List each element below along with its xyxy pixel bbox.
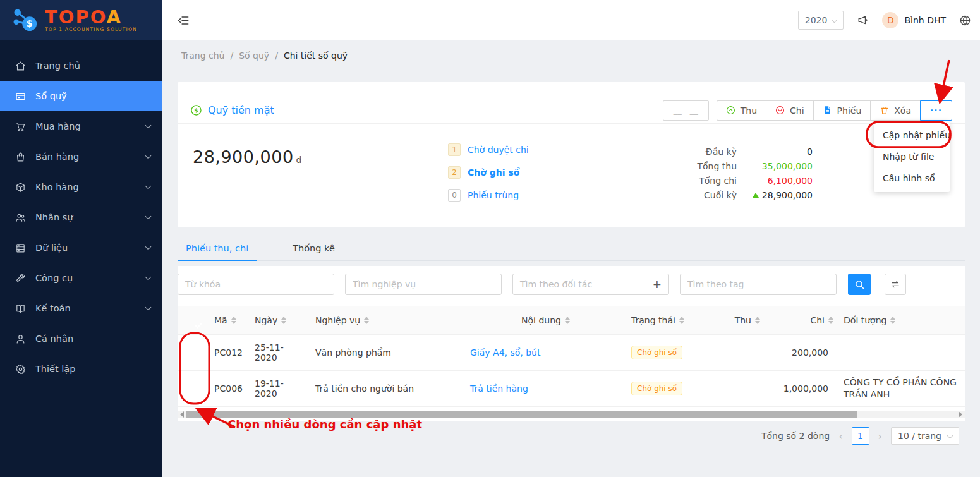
svg-text:$: $ xyxy=(194,107,198,114)
sidebar-item-mua-hang[interactable]: Mua hàng xyxy=(0,111,162,142)
svg-text:$: $ xyxy=(27,18,33,28)
menu-item-cau-hinh-so[interactable]: Cấu hình sổ xyxy=(874,167,950,189)
menu-item-cap-nhat-phieu[interactable]: Cập nhật phiếu xyxy=(874,124,950,146)
voucher-table: Mã Ngày Nghiệp vụ Nội dung Trạng thái Th… xyxy=(178,306,965,407)
keyword-input[interactable] xyxy=(178,274,334,295)
status-count-badge: 2 xyxy=(448,166,461,179)
summary-tong-chi: Tổng chi 6,100,000 xyxy=(591,173,813,188)
cart-icon xyxy=(15,121,26,132)
table-row[interactable]: PC012 25-11-2020 Văn phòng phẩm Giấy A4,… xyxy=(178,334,965,370)
fund-card: $ Quỹ tiền mặt Thu Chi Phiếu xyxy=(178,82,965,227)
trash-icon xyxy=(880,106,889,115)
scrollbar-thumb[interactable] xyxy=(186,411,857,418)
next-page-icon[interactable]: › xyxy=(877,430,883,442)
status-phieu-trung[interactable]: 0 Phiếu trùng xyxy=(448,188,529,202)
operation-search-input[interactable] xyxy=(345,274,502,295)
xoa-button[interactable]: Xóa xyxy=(870,100,921,121)
horizontal-scrollbar[interactable] xyxy=(178,411,965,418)
tool-icon xyxy=(15,273,26,284)
menu-fold-icon xyxy=(178,15,190,27)
sort-icon[interactable] xyxy=(364,317,369,324)
sort-icon[interactable] xyxy=(679,317,684,324)
sort-icon[interactable] xyxy=(281,317,286,324)
more-actions-button[interactable]: ··· xyxy=(920,100,952,121)
page-size-select[interactable]: 10 / trang xyxy=(891,427,959,445)
sidebar-item-ca-nhan[interactable]: Cá nhân xyxy=(0,323,162,354)
tab-phieu-thu-chi[interactable]: Phiếu thu, chi xyxy=(178,241,257,261)
breadcrumb-home[interactable]: Trang chủ xyxy=(181,51,224,61)
table-row[interactable]: PC006 19-11-2020 Trả tiền cho người bán … xyxy=(178,370,965,406)
partner-search-input[interactable]: Tìm theo đối tác + xyxy=(512,274,669,295)
status-cho-ghi-so[interactable]: 2 Chờ ghi sổ xyxy=(448,166,529,179)
database-icon xyxy=(15,243,26,253)
sidebar-item-ban-hang[interactable]: Bán hàng xyxy=(0,142,162,172)
plus-icon[interactable]: + xyxy=(653,278,662,291)
fund-title-link[interactable]: $ Quỹ tiền mặt xyxy=(190,104,274,116)
brand-logo[interactable]: $ TOPOA TOP 1 ACCOUNTING SOLUTION xyxy=(0,0,162,40)
up-circle-icon xyxy=(726,106,735,115)
announcement-button[interactable] xyxy=(857,15,869,27)
status-count-badge: 0 xyxy=(448,189,461,202)
status-list: 1 Chờ duyệt chi 2 Chờ ghi sổ 0 Phiếu trù… xyxy=(448,143,529,211)
ellipsis-icon: ··· xyxy=(930,106,942,116)
tab-bar: Phiếu thu, chi Thống kê xyxy=(178,241,965,261)
warehouse-box-icon xyxy=(15,182,26,193)
fund-actions: Thu Chi Phiếu Xóa ··· xyxy=(663,100,952,121)
page-number-button[interactable]: 1 xyxy=(852,427,869,445)
chevron-down-icon xyxy=(145,305,152,311)
prev-page-icon[interactable]: ‹ xyxy=(837,430,844,442)
reset-filter-button[interactable] xyxy=(885,274,906,295)
sidebar-item-so-quy[interactable]: Sổ quỹ xyxy=(0,81,162,111)
sidebar-item-nhan-su[interactable]: Nhân sự xyxy=(0,202,162,232)
sidebar-item-du-lieu[interactable]: Dữ liệu xyxy=(0,232,162,263)
sort-icon[interactable] xyxy=(565,317,570,324)
scroll-left-icon[interactable] xyxy=(180,411,184,418)
brand-text: TOPOA TOP 1 ACCOUNTING SOLUTION xyxy=(45,8,137,32)
dollar-circle-icon: $ xyxy=(190,104,202,116)
thu-button[interactable]: Thu xyxy=(717,100,766,121)
chi-button[interactable]: Chi xyxy=(766,100,814,121)
sort-icon[interactable] xyxy=(231,317,236,324)
more-actions-menu: Cập nhật phiếu Nhập từ file Cấu hình sổ xyxy=(874,121,950,192)
status-count-badge: 1 xyxy=(448,143,461,156)
home-icon xyxy=(15,61,26,71)
filter-bar: Tìm theo đối tác + xyxy=(178,266,965,295)
brand-tagline: TOP 1 ACCOUNTING SOLUTION xyxy=(45,27,137,32)
sidebar-item-trang-chu[interactable]: Trang chủ xyxy=(0,51,162,81)
brand-network-dollar-icon: $ xyxy=(13,8,39,32)
sidebar-item-ke-toan[interactable]: Kế toán xyxy=(0,293,162,323)
breadcrumb-so-quy[interactable]: Sổ quỹ xyxy=(239,51,269,61)
voucher-content-link[interactable]: Trả tiền hàng xyxy=(470,383,528,394)
voucher-content-link[interactable]: Giấy A4, sổ, bút xyxy=(470,347,540,358)
status-cho-duyet-chi[interactable]: 1 Chờ duyệt chi xyxy=(448,143,529,157)
year-select[interactable]: 2020 xyxy=(798,11,844,30)
tag-search-input[interactable] xyxy=(680,274,837,295)
avatar: D xyxy=(882,12,898,28)
language-button[interactable] xyxy=(959,15,971,27)
fund-balance: 28,900,000đ xyxy=(193,147,302,167)
summary-dau-ky: Đầu kỳ 0 xyxy=(591,144,813,159)
sort-icon[interactable] xyxy=(828,317,833,324)
sort-icon[interactable] xyxy=(890,317,895,324)
file-icon xyxy=(823,106,832,115)
status-badge: Chờ ghi sổ xyxy=(631,346,682,359)
user-icon xyxy=(15,334,26,344)
sidebar-item-kho-hang[interactable]: Kho hàng xyxy=(0,172,162,202)
breadcrumb-current: Chi tiết sổ quỹ xyxy=(284,51,348,61)
phieu-button[interactable]: Phiếu xyxy=(813,100,871,121)
sidebar-collapse-button[interactable] xyxy=(178,15,190,27)
status-badge: Chờ ghi sổ xyxy=(631,382,682,395)
scroll-right-icon[interactable] xyxy=(959,411,962,418)
sidebar-item-thiet-lap[interactable]: Thiết lập xyxy=(0,354,162,384)
search-button[interactable] xyxy=(848,274,871,295)
menu-item-nhap-tu-file[interactable]: Nhập từ file xyxy=(874,146,950,167)
sort-icon[interactable] xyxy=(755,317,760,324)
search-icon xyxy=(854,279,865,290)
chevron-down-icon xyxy=(145,244,152,250)
user-menu[interactable]: D Bình DHT xyxy=(882,12,946,28)
sidebar-item-cong-cu[interactable]: Công cụ xyxy=(0,263,162,293)
date-range-input[interactable] xyxy=(663,100,709,121)
tab-thong-ke[interactable]: Thống kê xyxy=(284,241,343,260)
breadcrumb: Trang chủ / Sổ quỹ / Chi tiết sổ quỹ xyxy=(181,51,348,61)
sidebar-menu: Trang chủ Sổ quỹ Mua hàng Bán hàng Kho h… xyxy=(0,40,162,384)
